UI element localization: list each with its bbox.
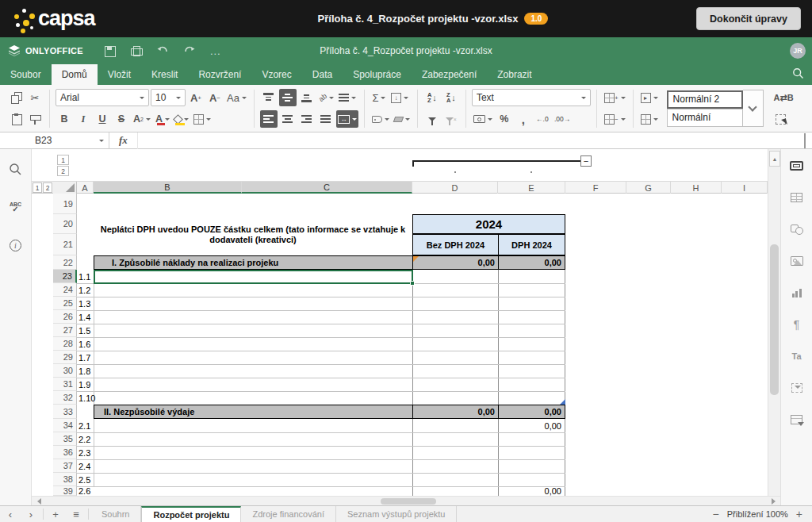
align-center-button[interactable] [279, 110, 297, 128]
scroll-right-button[interactable] [768, 497, 779, 505]
row-header-26[interactable]: 26 [53, 310, 77, 324]
row-header-29[interactable]: 29 [53, 351, 77, 364]
column-header-d[interactable]: D [412, 182, 498, 194]
tab-rozvrzeni[interactable]: Rozvržení [188, 64, 251, 85]
shape-settings-icon[interactable] [789, 222, 805, 236]
textart-settings-icon[interactable]: Ta [789, 349, 805, 363]
row-header-36[interactable]: 36 [53, 446, 77, 459]
horizontal-scrollbar[interactable] [32, 496, 780, 505]
cell-name-box[interactable]: B23 [30, 132, 109, 149]
tab-vlozit[interactable]: Vložit [98, 64, 141, 85]
column-header-e[interactable]: E [498, 182, 565, 194]
column-header-i[interactable]: I [722, 182, 768, 194]
insert-function-button[interactable]: fx [109, 132, 138, 149]
scroll-left-button[interactable] [33, 497, 44, 505]
image-settings-icon[interactable] [789, 254, 805, 268]
row-header-31[interactable]: 31 [53, 378, 77, 391]
cell-a30[interactable]: 1.8 [79, 364, 113, 378]
sheet-tab-seznam-vystupu[interactable]: Seznam výstupů projektu [336, 506, 458, 522]
italic-button[interactable]: I [75, 110, 92, 128]
cell-a35[interactable]: 2.2 [79, 432, 113, 446]
cell-a32[interactable]: 1.10 [79, 391, 113, 405]
row-header-25[interactable]: 25 [53, 297, 77, 310]
undo-icon[interactable] [156, 45, 169, 56]
tab-domu[interactable]: Domů [52, 64, 98, 85]
row-header-23[interactable]: 23 [53, 270, 77, 283]
font-size-select[interactable]: 10 [151, 89, 186, 106]
prev-sheet-button[interactable]: ‹ [0, 506, 21, 522]
find-replace-button[interactable]: A⇄B [772, 89, 795, 106]
vertical-scrollbar[interactable]: ▲ [768, 149, 780, 496]
currency-style-button[interactable] [472, 110, 494, 128]
valign-top-button[interactable] [260, 89, 278, 106]
tab-spoluprace[interactable]: Spolupráce [343, 64, 412, 85]
cell-a37[interactable]: 2.4 [79, 459, 113, 473]
table-settings-icon[interactable] [789, 190, 805, 205]
percent-style-button[interactable]: % [496, 110, 513, 128]
cell-e39[interactable]: 0,00 [498, 486, 565, 496]
row-outline-level-1-button[interactable]: 1 [33, 182, 42, 193]
row-header-39[interactable]: 39 [53, 486, 77, 496]
row-header-33[interactable]: 33 [53, 405, 77, 419]
slicer-settings-icon[interactable] [789, 381, 805, 395]
clear-button[interactable] [393, 110, 412, 128]
redo-icon[interactable] [183, 45, 196, 56]
decrease-font-button[interactable]: A− [206, 89, 224, 106]
tab-kreslit[interactable]: Kreslit [141, 64, 188, 85]
save-icon[interactable] [104, 45, 116, 56]
cell-a24[interactable]: 1.2 [79, 283, 113, 297]
sheet-tab-rozpocet-projektu[interactable]: Rozpočet projektu [141, 506, 241, 522]
bold-button[interactable]: B [56, 110, 73, 128]
row-header-19[interactable]: 19 [53, 194, 77, 214]
merge-cells-button[interactable]: ↔ [336, 110, 358, 128]
sheet-list-button[interactable]: ≡ [66, 506, 86, 522]
row-header-38[interactable]: 38 [53, 473, 77, 486]
increase-decimal-button[interactable]: .00→ [553, 110, 572, 128]
fill-down-button[interactable]: ↓ [389, 89, 410, 106]
row-header-21[interactable]: 21 [53, 234, 77, 255]
format-painter-button[interactable] [26, 110, 44, 128]
horizontal-scroll-thumb[interactable] [381, 498, 436, 505]
collapse-group-button[interactable]: − [580, 155, 592, 167]
wrap-text-button[interactable] [337, 89, 358, 106]
conditional-formatting-button[interactable]: ▸ [639, 89, 660, 106]
decrease-decimal-button[interactable]: ←.0 [534, 110, 551, 128]
insert-cells-button[interactable]: + [603, 89, 627, 106]
style-gallery-expand-button[interactable] [743, 90, 764, 127]
font-family-select[interactable]: Arial [56, 89, 149, 106]
valign-bottom-button[interactable] [298, 89, 316, 106]
user-avatar[interactable]: JR [790, 43, 806, 59]
subscript-button[interactable]: A2 [132, 110, 152, 128]
paragraph-settings-icon[interactable]: ¶ [789, 317, 805, 332]
column-header-f[interactable]: F [565, 182, 626, 194]
row-header-30[interactable]: 30 [53, 364, 77, 378]
clear-filter-button[interactable]: × [442, 110, 460, 128]
cell-a31[interactable]: 1.9 [79, 378, 113, 391]
comma-style-button[interactable]: , [515, 110, 532, 128]
row-header-27[interactable]: 27 [53, 324, 77, 337]
cell-section1-bez-dph[interactable]: 0,00 [412, 255, 499, 270]
cell-section2-bez-dph[interactable]: 0,00 [412, 405, 499, 419]
select-all-corner[interactable] [53, 182, 77, 194]
cell-style-normalni[interactable]: Normální [667, 109, 743, 127]
vertical-scroll-thumb[interactable] [770, 244, 779, 395]
row-header-24[interactable]: 24 [53, 283, 77, 297]
column-header-c[interactable]: C [242, 182, 412, 194]
active-cell-selection[interactable] [94, 270, 413, 284]
cell-year-header[interactable]: 2024 [412, 214, 565, 234]
spellcheck-icon[interactable]: ABC✓ [7, 198, 25, 216]
more-actions-icon[interactable]: ... [210, 45, 221, 57]
tab-vzorec[interactable]: Vzorec [251, 64, 301, 85]
tab-zobrazit[interactable]: Zobrazit [487, 64, 542, 85]
cell-a29[interactable]: 1.7 [79, 351, 113, 364]
zoom-out-button[interactable]: − [713, 508, 719, 520]
number-format-select[interactable]: Text [472, 89, 591, 106]
cell-settings-icon[interactable] [789, 159, 805, 173]
scroll-up-button[interactable]: ▲ [769, 151, 780, 167]
valign-middle-button[interactable] [279, 89, 297, 106]
print-icon[interactable] [130, 45, 142, 56]
row-header-20[interactable]: 20 [53, 214, 77, 234]
filter-button[interactable] [423, 110, 441, 128]
row-header-32[interactable]: 32 [53, 391, 77, 405]
next-sheet-button[interactable]: › [21, 506, 41, 522]
